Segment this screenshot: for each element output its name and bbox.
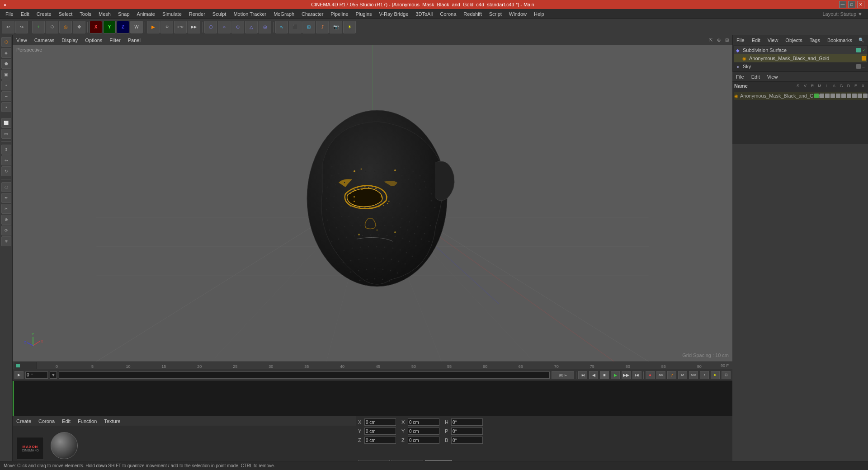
smooth-tool[interactable]: ≋: [1, 236, 11, 246]
select-tool[interactable]: ⬡: [1, 37, 11, 47]
menu-window[interactable]: Window: [505, 10, 530, 18]
current-frame-display[interactable]: 0 F: [25, 371, 48, 379]
tree-item-subdivision[interactable]: ◆ Subdivision Surface ✓: [734, 46, 867, 54]
vp-menu-cameras[interactable]: Cameras: [33, 37, 57, 44]
x-axis-button[interactable]: X: [90, 21, 102, 33]
motion-path-button[interactable]: M: [678, 371, 687, 379]
am-menu-view[interactable]: View: [765, 73, 780, 80]
menu-file[interactable]: File: [2, 10, 17, 18]
coord-y-pos[interactable]: [364, 428, 396, 435]
mat-menu-create[interactable]: Create: [14, 418, 33, 425]
live-selection[interactable]: ⬜: [1, 118, 11, 128]
deformer-button[interactable]: ⤴: [316, 21, 329, 33]
twist-tool[interactable]: ⟳: [1, 226, 11, 235]
om-menu-tags[interactable]: Tags: [808, 37, 822, 44]
key-all-button[interactable]: ?: [667, 371, 676, 379]
om-menu-bookmarks[interactable]: Bookmarks: [826, 37, 854, 44]
brush-tool[interactable]: ◌: [1, 182, 11, 192]
menu-render[interactable]: Render: [185, 10, 209, 18]
camera-button[interactable]: 📷: [330, 21, 342, 33]
window-controls[interactable]: — □ ✕: [839, 1, 864, 8]
cube-button[interactable]: ⬡: [204, 21, 217, 33]
menu-create[interactable]: Create: [33, 10, 55, 18]
scale-btn[interactable]: ⇔: [1, 155, 11, 165]
vp-menu-filter[interactable]: Filter: [108, 37, 122, 44]
viewport-options-icon[interactable]: ⊞: [723, 37, 731, 44]
menu-pipeline[interactable]: Pipeline: [327, 10, 352, 18]
torus-button[interactable]: ◎: [259, 21, 271, 33]
vp-menu-panel[interactable]: Panel: [126, 37, 142, 44]
play-reverse-button[interactable]: ◀: [589, 371, 598, 379]
spline-button[interactable]: ∿: [275, 21, 288, 33]
am-menu-edit[interactable]: Edit: [750, 73, 762, 80]
minimize-button[interactable]: —: [839, 1, 846, 8]
undo-button[interactable]: ↩: [2, 21, 14, 33]
tree-item-sky[interactable]: ● Sky …: [734, 62, 867, 70]
menu-simulate[interactable]: Simulate: [159, 10, 185, 18]
am-menu-file[interactable]: File: [734, 73, 746, 80]
auto-key-button[interactable]: AK: [656, 371, 665, 379]
ipr-button[interactable]: IPR: [174, 21, 187, 33]
motion-blur-button[interactable]: MB: [689, 371, 698, 379]
object-manager-button[interactable]: ⬡: [46, 21, 58, 33]
tc-toggle[interactable]: ▶: [14, 371, 24, 379]
world-mode-button[interactable]: W: [130, 21, 143, 33]
rotate-btn[interactable]: ↻: [1, 166, 11, 176]
menu-snap[interactable]: Snap: [114, 10, 133, 18]
menu-help[interactable]: Help: [530, 10, 548, 18]
boolean-button[interactable]: ⊞: [302, 21, 315, 33]
point-mode[interactable]: •: [1, 80, 11, 90]
sound-button[interactable]: ♪: [700, 371, 709, 379]
coord-p[interactable]: [451, 428, 483, 435]
edge-mode[interactable]: ━: [1, 91, 11, 101]
vp-menu-options[interactable]: Options: [83, 37, 104, 44]
coord-x-rot[interactable]: [408, 418, 439, 426]
material-item[interactable]: anonym: [50, 432, 79, 465]
mat-menu-edit[interactable]: Edit: [60, 418, 72, 425]
render-region-button[interactable]: ◎: [59, 21, 72, 33]
viewport-sync-icon[interactable]: ⊕: [715, 37, 722, 44]
menu-script[interactable]: Script: [486, 10, 505, 18]
paint-tool[interactable]: ✒: [1, 193, 11, 203]
sphere-button[interactable]: ○: [218, 21, 231, 33]
play-forward-button[interactable]: ▶▶: [622, 371, 631, 379]
menu-animate[interactable]: Animate: [133, 10, 159, 18]
frame-input[interactable]: ▼: [50, 371, 57, 379]
magnet-tool[interactable]: ⊗: [1, 215, 11, 225]
knife-tool[interactable]: ✂: [1, 204, 11, 214]
end-frame-display[interactable]: 90 F: [552, 371, 574, 379]
timeline-scrubber[interactable]: [59, 371, 550, 379]
render-settings-button[interactable]: ⚙: [160, 21, 173, 33]
z-axis-button[interactable]: Z: [117, 21, 129, 33]
menu-plugins[interactable]: Plugins: [352, 10, 375, 18]
go-to-start-button[interactable]: ⏮: [578, 371, 587, 379]
stop-button[interactable]: ■: [600, 371, 609, 379]
y-axis-button[interactable]: Y: [103, 21, 116, 33]
vp-menu-view[interactable]: View: [14, 37, 29, 44]
om-menu-file[interactable]: File: [735, 37, 746, 44]
menu-redshift[interactable]: Redshift: [460, 10, 485, 18]
light-button[interactable]: ☀: [343, 21, 356, 33]
animation-track[interactable]: [13, 381, 732, 416]
om-menu-edit[interactable]: Edit: [750, 37, 762, 44]
timeline-ruler[interactable]: 0 5 10 15 20 25 30 35 40 45 50 55 60 65 …: [13, 362, 732, 369]
coord-z-rot[interactable]: [408, 437, 439, 444]
extrude-button[interactable]: ⬛: [289, 21, 302, 33]
menu-mograph[interactable]: MoGraph: [270, 10, 298, 18]
menu-vraybridge[interactable]: V-Ray Bridge: [376, 10, 412, 18]
menu-tools[interactable]: Tools: [76, 10, 95, 18]
rectangle-selection[interactable]: ▭: [1, 129, 11, 139]
coord-x-pos[interactable]: [364, 418, 396, 426]
redo-button[interactable]: ↪: [15, 21, 28, 33]
model-mode[interactable]: ◈: [1, 48, 11, 58]
render-button[interactable]: ▶: [147, 21, 160, 33]
move-tool-button[interactable]: ✥: [73, 21, 85, 33]
3d-viewport[interactable]: Perspective Grid Spacing : 10 cm X Y Z: [13, 45, 732, 362]
cone-button[interactable]: △: [245, 21, 258, 33]
menu-mesh[interactable]: Mesh: [95, 10, 114, 18]
go-to-end-button[interactable]: ⏭: [632, 371, 642, 379]
menu-corona[interactable]: Corona: [436, 10, 460, 18]
key-frame-button[interactable]: K: [711, 371, 720, 379]
record-button[interactable]: ●: [646, 371, 655, 379]
coord-y-rot[interactable]: [408, 428, 439, 435]
